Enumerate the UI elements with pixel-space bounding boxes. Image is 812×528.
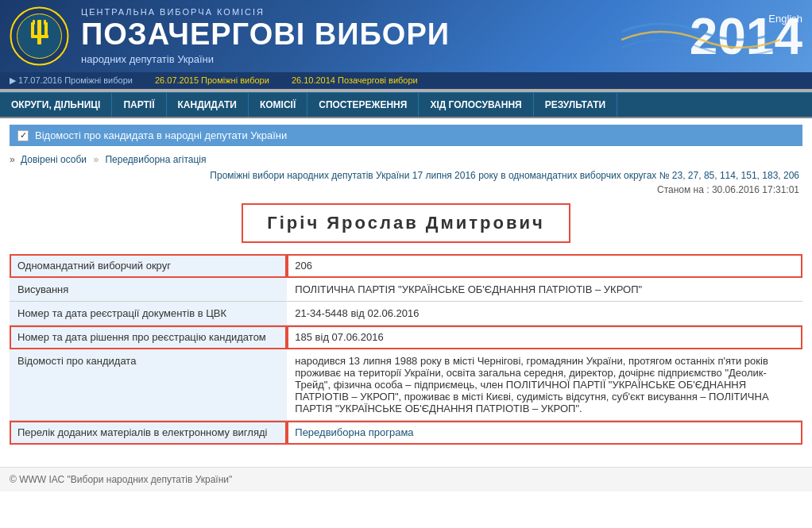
nav-bar: ОКРУГИ, ДІЛЬНИЦІ ПАРТІЇ КАНДИДАТИ КОМІСІ… <box>0 92 812 117</box>
svg-rect-6 <box>33 20 35 25</box>
english-language-link[interactable]: English <box>768 13 802 25</box>
breadcrumbs: » Довірені особи » Передвиборна агітація <box>10 151 802 170</box>
table-row: Номер та дата рішення про реєстрацію кан… <box>10 326 802 349</box>
election-subtitle: Проміжні вибори народних депутатів Украї… <box>10 170 802 181</box>
breadcrumb-doviren[interactable]: Довірені особи <box>21 154 87 165</box>
breadcrumb-sep-2: » <box>93 154 99 165</box>
header-title: ПОЗАЧЕРГОВІ ВИБОРИ <box>81 18 674 52</box>
section-header-text: Відомості про кандидата в народні депута… <box>35 129 287 141</box>
page-header: ЦЕНТРАЛЬНА ВИБОРЧА КОМІСІЯ ПОЗАЧЕРГОВІ В… <box>0 0 812 72</box>
info-table: Одномандатний виборчий округ 206 Висуван… <box>10 254 802 445</box>
nav-item-sposterezhennya[interactable]: СПОСТЕРЕЖЕННЯ <box>307 93 419 117</box>
wave-decoration <box>621 8 780 62</box>
svg-rect-7 <box>44 20 46 25</box>
nav-item-komisiyi[interactable]: КОМІСІЇ <box>249 93 307 117</box>
date-links-bar: ▶ 17.07.2016 Проміжні вибори 26.07.2015 … <box>0 72 812 89</box>
label-cell: Висування <box>10 278 287 302</box>
table-row: Перелік доданих матеріалів в електронном… <box>10 421 802 445</box>
section-header: ✓ Відомості про кандидата в народні депу… <box>10 125 802 146</box>
page-footer: © WWW ІАС "Вибори народних депутатів Укр… <box>0 467 812 491</box>
nav-item-okruhy[interactable]: ОКРУГИ, ДІЛЬНИЦІ <box>0 93 112 117</box>
value-cell: Передвиборна програма <box>287 421 802 445</box>
date-link-2[interactable]: 26.07.2015 Проміжні вибори <box>155 75 269 85</box>
table-row: Номер та дата реєстрації документів в ЦВ… <box>10 302 802 326</box>
nav-item-kandydaty[interactable]: КАНДИДАТИ <box>167 93 249 117</box>
value-cell: 206 <box>287 254 802 278</box>
header-title-sub: народних депутатів України <box>81 53 674 65</box>
breadcrumb-agitatsiya[interactable]: Передвиборна агітація <box>105 154 206 165</box>
label-cell: Номер та дата рішення про реєстрацію кан… <box>10 326 287 349</box>
table-row: Відомості про кандидата народився 13 лип… <box>10 349 802 421</box>
nav-item-rezultaty[interactable]: РЕЗУЛЬТАТИ <box>534 93 618 117</box>
label-cell: Відомості про кандидата <box>10 349 287 421</box>
table-row: Одномандатний виборчий округ 206 <box>10 254 802 278</box>
breadcrumb-sep-1: » <box>10 154 15 165</box>
material-link[interactable]: Передвиборна програма <box>295 426 413 438</box>
svg-rect-2 <box>37 22 41 44</box>
table-row: Висування ПОЛІТИЧНА ПАРТІЯ "УКРАЇНСЬКЕ О… <box>10 278 802 302</box>
svg-rect-5 <box>31 35 48 38</box>
value-cell: 21-34-5448 від 02.06.2016 <box>287 302 802 326</box>
value-cell: 185 від 07.06.2016 <box>287 326 802 349</box>
date-link-1[interactable]: ▶ 17.07.2016 Проміжні вибори <box>10 75 133 85</box>
org-subtitle: ЦЕНТРАЛЬНА ВИБОРЧА КОМІСІЯ <box>81 7 674 17</box>
nav-item-khid-golosuvannya[interactable]: ХІД ГОЛОСУВАННЯ <box>419 93 533 117</box>
section-checkbox: ✓ <box>17 130 29 141</box>
date-link-3[interactable]: 26.10.2014 Позачергові вибори <box>292 75 418 85</box>
svg-rect-8 <box>37 20 41 25</box>
label-cell: Перелік доданих матеріалів в електронном… <box>10 421 287 445</box>
value-cell: ПОЛІТИЧНА ПАРТІЯ "УКРАЇНСЬКЕ ОБ'ЄДНАННЯ … <box>287 278 802 302</box>
candidate-name: Гіріч Ярослав Дмитрович <box>242 203 570 243</box>
value-cell: народився 13 липня 1988 року в місті Чер… <box>287 349 802 421</box>
footer-text: © WWW ІАС "Вибори народних депутатів Укр… <box>10 474 232 485</box>
date-stamp: Станом на : 30.06.2016 17:31:01 <box>10 184 802 195</box>
nav-item-partiyi[interactable]: ПАРТІЇ <box>112 93 166 117</box>
logo <box>10 6 69 66</box>
label-cell: Одномандатний виборчий округ <box>10 254 287 278</box>
main-content: ✓ Відомості про кандидата в народні депу… <box>0 118 812 459</box>
label-cell: Номер та дата реєстрації документів в ЦВ… <box>10 302 287 326</box>
header-text-block: ЦЕНТРАЛЬНА ВИБОРЧА КОМІСІЯ ПОЗАЧЕРГОВІ В… <box>81 7 674 65</box>
